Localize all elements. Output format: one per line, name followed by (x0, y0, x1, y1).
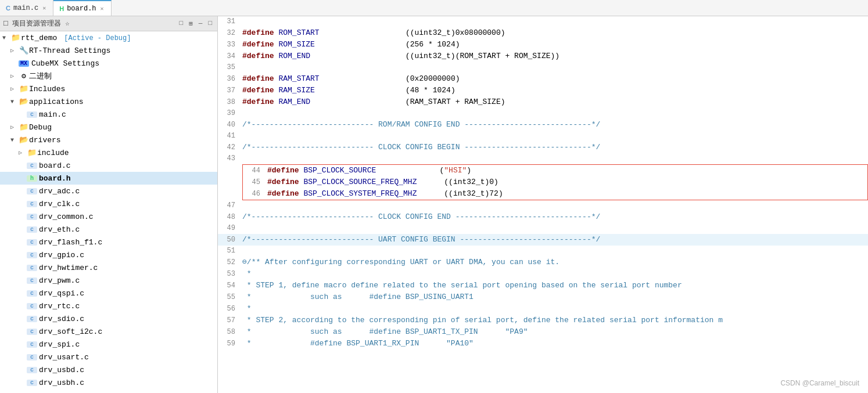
label-drv-eth-c: drv_eth.c (39, 225, 80, 234)
label-drv-usbd-c: drv_usbd.c (39, 366, 84, 374)
code-line-36: 36 #define RAM_START (0x20000000) (218, 73, 868, 85)
tree-board-c[interactable]: c board.c (0, 159, 217, 172)
tree-drv-soft-i2c-c[interactable]: c drv_soft_i2c.c (0, 325, 217, 338)
code-line-59: 59 * #define BSP_UART1_RX_PIN "PA10" (218, 338, 868, 349)
tree-arrow-root: ▼ (2, 35, 10, 41)
tree-project-root[interactable]: ▼ 📁 rtt_demo [Active - Debug] (0, 31, 217, 44)
label-binary: 二进制 (29, 71, 52, 81)
tab-board-h[interactable]: H board.h ✕ (53, 0, 111, 16)
tree-debug[interactable]: ▷ 📁 Debug (0, 121, 217, 134)
icon-drv-sdio-c: c (27, 316, 37, 322)
line-num-49: 49 (218, 223, 242, 234)
sidebar-title: □ 项目资源管理器 ☆ (3, 19, 69, 28)
tree-drv-pwm-c[interactable]: c drv_pwm.c (0, 274, 217, 287)
line-num-51: 51 (218, 246, 242, 257)
icon-drv-eth-c: c (27, 226, 37, 233)
label-board-c: board.c (39, 161, 71, 170)
label-drv-adc-c: drv_adc.c (39, 187, 80, 196)
line-num-39: 39 (218, 108, 242, 119)
tab-main-c-close[interactable]: ✕ (41, 4, 47, 12)
line-num-35: 35 (218, 62, 242, 73)
tree-include[interactable]: ▷ 📁 include (0, 146, 217, 159)
sidebar-icon-maximize[interactable]: □ (206, 19, 214, 28)
tree-board-h[interactable]: h board.h (0, 172, 217, 185)
tree-drv-gpio-c[interactable]: c drv_gpio.c (0, 248, 217, 261)
tree-drv-usart-c[interactable]: c drv_usart.c (0, 351, 217, 363)
line-code-46: #define BSP_CLOCK_SYSTEM_FREQ_MHZ ((int3… (267, 188, 503, 199)
label-debug: Debug (29, 123, 52, 132)
code-line-40: 40 /*--------------------------- ROM/RAM… (218, 119, 868, 131)
line-code-38: #define RAM_END (RAM_START + RAM_SIZE) (242, 96, 505, 107)
line-num-56: 56 (218, 304, 242, 315)
label-rt-thread: RT-Thread Settings (29, 46, 110, 55)
folder-icon-root: 📁 (10, 33, 21, 42)
sidebar-icon-collapse[interactable]: □ (178, 19, 185, 28)
sidebar-icon-expand[interactable]: ⊞ (187, 19, 195, 28)
sidebar-icon-minimize[interactable]: — (197, 19, 205, 28)
label-drv-usbh-c: drv_usbh.c (39, 378, 84, 387)
tab-board-h-close[interactable]: ✕ (99, 5, 105, 13)
icon-includes: 📁 (19, 84, 29, 93)
code-line-32: 32 #define ROM_START ((uint32_t)0x080000… (218, 27, 868, 39)
line-code-45: #define BSP_CLOCK_SOURCE_FREQ_MHZ ((int3… (267, 176, 498, 188)
tree-main-c[interactable]: c main.c (0, 108, 217, 121)
tree-rt-thread-settings[interactable]: ▷ 🔧 RT-Thread Settings (0, 44, 217, 57)
tree-includes[interactable]: ▷ 📁 Includes (0, 82, 217, 95)
line-num-47: 47 (218, 200, 242, 211)
icon-drv-adc-c: c (27, 188, 37, 194)
icon-drv-clk-c: c (27, 201, 37, 207)
tree-binary[interactable]: ▷ ⚙ 二进制 (0, 70, 217, 82)
tab-board-h-icon: H (59, 5, 64, 12)
code-line-49: 49 (218, 223, 868, 234)
tree-drv-qspi-c[interactable]: c drv_qspi.c (0, 287, 217, 300)
tab-bar: C main.c ✕ H board.h ✕ (0, 0, 868, 16)
tab-main-c-icon: C (6, 5, 10, 12)
code-line-43: 43 (218, 153, 868, 164)
tree-drv-usbh-c[interactable]: c drv_usbh.c (0, 376, 217, 389)
line-num-44-display: 44 (243, 165, 267, 176)
code-line-56: 56 * (218, 303, 868, 315)
icon-drivers: 📂 (19, 135, 29, 145)
line-num-55: 55 (218, 292, 242, 303)
icon-drv-usbh-c: c (27, 380, 37, 386)
label-drv-pwm-c: drv_pwm.c (39, 276, 80, 285)
label-drv-usart-c: drv_usart.c (39, 353, 89, 362)
tree-cubemx-settings[interactable]: MX CubeMX Settings (0, 57, 217, 70)
line-code-34: #define ROM_END ((uint32_t)(ROM_START + … (242, 51, 559, 62)
code-editor[interactable]: 31 32 #define ROM_START ((uint32_t)0x080… (218, 16, 868, 393)
tab-main-c[interactable]: C main.c ✕ (0, 0, 53, 16)
code-line-34: 34 #define ROM_END ((uint32_t)(ROM_START… (218, 51, 868, 62)
tree-drv-spi-c[interactable]: c drv_spi.c (0, 338, 217, 351)
line-code-44: #define BSP_CLOCK_SOURCE ("HSI") (267, 165, 471, 176)
tree-drv-adc-c[interactable]: c drv_adc.c (0, 185, 217, 197)
icon-drv-qspi-c: c (27, 290, 37, 297)
tree-applications[interactable]: ▼ 📂 applications (0, 95, 217, 108)
tab-board-h-label: board.h (67, 5, 96, 13)
icon-drv-spi-c: c (27, 341, 37, 348)
code-line-48: 48 /*--------------------------- CLOCK C… (218, 211, 868, 223)
line-num-37: 37 (218, 85, 242, 96)
label-drv-soft-i2c-c: drv_soft_i2c.c (39, 327, 102, 336)
tree-drv-common-c[interactable]: c drv_common.c (0, 210, 217, 223)
line-code-36: #define RAM_START (0x20000000) (242, 73, 460, 84)
tree-drv-usbd-c[interactable]: c drv_usbd.c (0, 363, 217, 376)
code-line-55: 55 * such as #define BSP_USING_UART1 (218, 291, 868, 303)
label-drivers: drivers (29, 136, 61, 145)
tree-drv-sdio-c[interactable]: c drv_sdio.c (0, 312, 217, 325)
tree-drv-eth-c[interactable]: c drv_eth.c (0, 223, 217, 236)
line-num-40: 40 (218, 120, 242, 131)
tree-drivers[interactable]: ▼ 📂 drivers (0, 134, 217, 146)
tree-drv-flash-f1-c[interactable]: c drv_flash_f1.c (0, 236, 217, 248)
line-num-36: 36 (218, 74, 242, 85)
tree-drv-clk-c[interactable]: c drv_clk.c (0, 197, 217, 210)
tree-drv-rtc-c[interactable]: c drv_rtc.c (0, 300, 217, 312)
arrow-debug: ▷ (10, 124, 19, 131)
line-num-34: 34 (218, 51, 242, 62)
label-drv-spi-c: drv_spi.c (39, 340, 80, 349)
tree-drv-hwtimer-c[interactable]: c drv_hwtimer.c (0, 261, 217, 274)
code-line-58: 58 * such as #define BSP_UART1_TX_PIN "P… (218, 326, 868, 338)
line-num-48: 48 (218, 212, 242, 223)
icon-applications: 📂 (19, 97, 29, 106)
code-content: 31 32 #define ROM_START ((uint32_t)0x080… (218, 16, 868, 349)
label-include: include (37, 149, 69, 157)
